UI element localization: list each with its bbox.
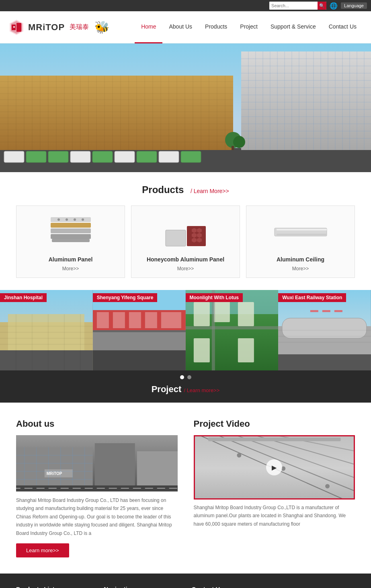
svg-rect-134 — [193, 302, 209, 326]
products-learn-more[interactable]: / Learn More>> — [191, 188, 229, 194]
product-image-honeycomb — [137, 212, 234, 252]
svg-rect-93 — [52, 239, 90, 242]
about-column: About us — [16, 419, 178, 557]
footer-products-heading: Products List — [16, 586, 92, 588]
svg-point-175 — [237, 453, 241, 458]
svg-rect-4 — [13, 26, 15, 28]
hero-image — [0, 43, 371, 172]
nav-project[interactable]: Project — [234, 11, 264, 43]
svg-rect-98 — [166, 230, 186, 246]
svg-point-96 — [74, 218, 76, 221]
svg-rect-86 — [137, 151, 157, 162]
footer-contact-heading: Contact Us — [192, 586, 267, 588]
svg-rect-89 — [51, 234, 91, 239]
project-label-jinshan: Jinshan Hospital — [0, 293, 47, 302]
footer-navigation: Navigation Home About us Products Projec… — [104, 586, 179, 588]
project-wuxi[interactable]: Wuxi East Railway Station — [278, 290, 371, 370]
product-title-aluminum: Aluminum Panel — [23, 256, 119, 263]
svg-rect-139 — [211, 290, 215, 370]
svg-rect-87 — [159, 151, 179, 162]
project-shenyang[interactable]: Shenyang Yifeng Square — [93, 290, 186, 370]
product-card-aluminum[interactable]: Aluminum Panel More>> — [16, 206, 125, 278]
svg-rect-108 — [277, 234, 327, 235]
footer-social: f t in g+ ▶ — [279, 586, 355, 588]
svg-rect-80 — [4, 151, 24, 162]
top-bar: 🔍 🌐 Language — [0, 0, 371, 11]
search-box[interactable]: 🔍 — [269, 2, 326, 10]
about-text: Shanghai Mritop Board Industry Group Co.… — [16, 496, 178, 537]
footer-products: Products List Aluminum Panel Honeycomb A… — [16, 586, 92, 588]
nav-contact[interactable]: Contact Us — [322, 11, 363, 43]
svg-point-95 — [66, 218, 68, 221]
svg-rect-112 — [0, 350, 93, 370]
search-input[interactable] — [269, 2, 318, 10]
svg-rect-150 — [334, 310, 342, 312]
project-label: Project — [152, 384, 182, 394]
svg-rect-79 — [232, 146, 234, 150]
nav-support[interactable]: Support & Service — [264, 11, 322, 43]
project-label-moonlight: Moonlight With Lotus — [186, 293, 243, 302]
svg-rect-83 — [70, 151, 90, 162]
product-image-aluminum — [23, 212, 119, 252]
svg-rect-136 — [238, 302, 254, 326]
about-video-section: About us — [0, 403, 371, 574]
svg-rect-82 — [48, 151, 68, 162]
svg-rect-92 — [51, 217, 91, 222]
project-label-shenyang: Shenyang Yifeng Square — [93, 293, 158, 302]
svg-point-94 — [57, 218, 60, 221]
svg-rect-149 — [322, 310, 330, 312]
footer: Products List Aluminum Panel Honeycomb A… — [0, 574, 371, 588]
svg-text:MRiTOP: MRiTOP — [47, 471, 62, 476]
svg-rect-90 — [51, 228, 91, 233]
svg-rect-3 — [16, 23, 21, 32]
logo-area: MRiTOP 美瑞泰 🐝 — [8, 19, 135, 36]
svg-rect-137 — [193, 338, 209, 362]
dot-2[interactable] — [187, 375, 191, 379]
project-jinshan[interactable]: Jinshan Hospital — [0, 290, 93, 370]
svg-rect-7 — [0, 76, 233, 150]
logo-chinese: 美瑞泰 — [70, 23, 89, 31]
svg-rect-88 — [181, 151, 201, 162]
about-image: MRiTOP — [16, 435, 178, 491]
svg-rect-131 — [93, 330, 186, 332]
learn-more-button[interactable]: Learn more>> — [16, 543, 69, 557]
projects-strip: Jinshan Hospital Shenyang Yifeng Square — [0, 290, 371, 403]
main-nav: Home About Us Products Project Support &… — [135, 11, 363, 43]
svg-rect-107 — [277, 229, 327, 230]
hero-banner — [0, 43, 371, 172]
product-more-aluminum[interactable]: More>> — [23, 266, 119, 271]
product-card-ceiling[interactable]: Aluminum Ceiling More>> — [246, 206, 355, 278]
footer-contact: Contact Us Fax: +86-21-33618200 Tel: +86… — [192, 586, 267, 588]
project-moonlight[interactable]: Moonlight With Lotus — [186, 290, 279, 370]
search-button[interactable]: 🔍 — [318, 2, 326, 10]
header: MRiTOP 美瑞泰 🐝 Home About Us Products Proj… — [0, 11, 371, 43]
nav-about[interactable]: About Us — [162, 11, 199, 43]
nav-products[interactable]: Products — [199, 11, 234, 43]
play-button[interactable]: ▶ — [266, 459, 282, 475]
svg-rect-143 — [282, 318, 367, 338]
product-card-honeycomb[interactable]: Honeycomb Aluminum Panel More>> — [131, 206, 240, 278]
svg-rect-91 — [51, 223, 91, 228]
svg-rect-147 — [278, 354, 371, 370]
svg-rect-126 — [97, 312, 109, 328]
language-button[interactable]: Language — [341, 2, 367, 9]
svg-rect-153 — [95, 443, 135, 491]
product-image-ceiling — [252, 212, 348, 252]
video-column: Project Video — [194, 419, 355, 557]
nav-home[interactable]: Home — [135, 11, 162, 43]
mascot-icon: 🐝 — [94, 20, 109, 34]
svg-point-97 — [82, 218, 84, 221]
dot-1[interactable] — [180, 375, 184, 379]
video-thumbnail[interactable]: ▶ — [194, 435, 355, 500]
carousel-dots — [0, 370, 371, 384]
svg-rect-178 — [208, 438, 340, 441]
svg-rect-140 — [186, 326, 279, 329]
svg-rect-129 — [145, 312, 157, 328]
logo-text: MRiTOP — [28, 22, 65, 33]
project-learn-more[interactable]: / Learn more>> — [184, 387, 219, 393]
product-more-ceiling[interactable]: More>> — [252, 266, 348, 271]
project-section-title: Project / Learn more>> — [0, 384, 371, 403]
projects-images: Jinshan Hospital Shenyang Yifeng Square — [0, 290, 371, 370]
svg-rect-127 — [113, 312, 125, 328]
product-more-honeycomb[interactable]: More>> — [137, 266, 234, 271]
